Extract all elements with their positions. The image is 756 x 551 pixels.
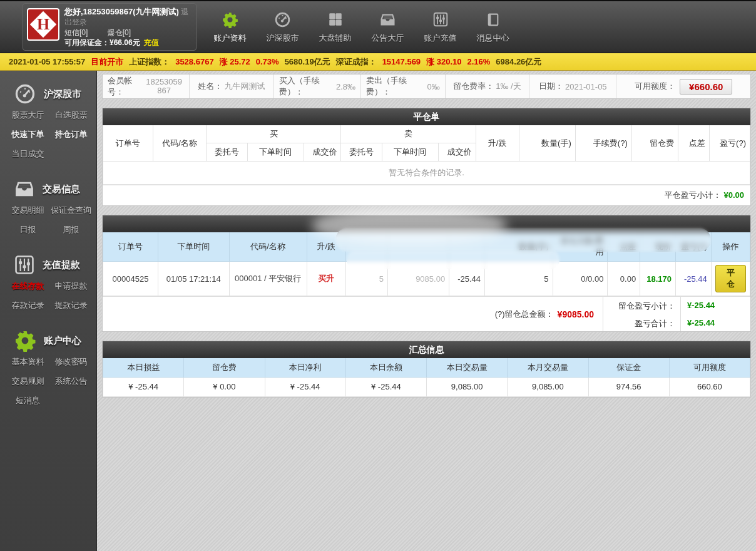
positions-table: 订单号 下单时间 代码/名称 升/跌 数量(手) 留仓天数/费用 点差 现价 盈… bbox=[103, 232, 750, 296]
total-pl-label: 盈亏合计： bbox=[603, 314, 680, 332]
sidebar-item-stock-hall[interactable]: 股票大厅 bbox=[6, 110, 49, 121]
member-name-value: 九牛网测试 bbox=[225, 81, 265, 92]
col-hidden-a bbox=[345, 232, 387, 262]
buy-fee-label: 买入（手续费）： bbox=[279, 75, 334, 98]
sidebar-item-short-message[interactable]: 短消息 bbox=[6, 395, 49, 406]
ticker-szse-volume: 6984.26亿元 bbox=[496, 56, 541, 68]
sidebar-section-title: 沪深股市 bbox=[44, 88, 81, 100]
nav-stock-market[interactable]: 沪深股市 bbox=[263, 10, 302, 44]
sliders-icon bbox=[14, 254, 35, 276]
col-keep-fee: 留仓费 bbox=[631, 125, 678, 162]
sidebar-item-deposit-records[interactable]: 存款记录 bbox=[6, 300, 49, 311]
close-orders-title: 平仓单 bbox=[103, 108, 750, 125]
market-ticker-bar: 2021-01-05 17:55:57 目前开市 上证指数： 3528.6767… bbox=[0, 53, 756, 71]
col-spread: 点差 bbox=[678, 125, 710, 162]
nav-announcements[interactable]: 公告大厅 bbox=[368, 10, 407, 44]
cell-hidden-amount: 9085.00 bbox=[387, 262, 449, 296]
sidebar-item-position-orders[interactable]: 持仓订单 bbox=[49, 129, 93, 140]
cell-updown: 买升 bbox=[307, 262, 345, 296]
close-position-button[interactable]: 平仓 bbox=[715, 265, 746, 292]
ticker-datetime: 2021-01-05 17:55:57 bbox=[9, 57, 85, 66]
col-order-no: 订单号 bbox=[103, 232, 158, 262]
sidebar-item-online-deposit[interactable]: 在线存款 bbox=[6, 281, 49, 292]
available-quota-value: ¥660.60 bbox=[680, 79, 732, 95]
sidebar-item-daily-report[interactable]: 日报 bbox=[6, 224, 49, 235]
blowout-count-link[interactable]: 爆仓[0] bbox=[108, 28, 131, 37]
position-row: 00004525 01/05 17:21:14 000001 / 平安银行 买升… bbox=[103, 262, 750, 296]
nav-market-helper[interactable]: 大盘辅助 bbox=[315, 10, 355, 44]
sidebar-item-trade-rules[interactable]: 交易规则 bbox=[6, 376, 49, 387]
nav-message-center[interactable]: 消息中心 bbox=[473, 10, 513, 44]
gear-icon bbox=[210, 10, 250, 29]
sidebar-item-withdraw-records[interactable]: 提款记录 bbox=[49, 300, 93, 311]
recharge-link[interactable]: 充值 bbox=[144, 38, 159, 47]
sidebar-item-today-deals[interactable]: 当日成交 bbox=[6, 148, 49, 160]
nav-account-profile[interactable]: 账户资料 bbox=[210, 10, 250, 44]
cell-code-name: 000001 / 平安银行 bbox=[229, 262, 307, 296]
col-today-net: 本日净利 bbox=[265, 358, 345, 377]
sidebar-item-margin-query[interactable]: 保证金查询 bbox=[49, 205, 93, 216]
available-quota-cell: 可用额度： ¥660.60 bbox=[616, 75, 750, 98]
account-info-bar: 会员帐号： 18253059867 姓名： 九牛网测试 买入（手续费）： 2.8… bbox=[102, 74, 751, 99]
sidebar-section-title: 充值提款 bbox=[43, 259, 80, 271]
total-pl-value: ¥-25.44 bbox=[680, 314, 750, 332]
summary-values-row: ¥ -25.44 ¥ 0.00 ¥ -25.44 ¥ -25.44 9,085.… bbox=[103, 377, 750, 396]
ticker-sse-label: 上证指数： bbox=[129, 56, 170, 68]
col-updown: 升/跌 bbox=[307, 232, 345, 262]
keep-total-amount-value: ¥9085.00 bbox=[558, 309, 594, 319]
col-quantity: 数量(手) bbox=[519, 125, 575, 162]
col-sell-time: 下单时间 bbox=[382, 143, 438, 162]
col-updown: 升/跌 bbox=[476, 125, 519, 162]
sms-count-link[interactable]: 短信[0] bbox=[64, 28, 88, 37]
col-sell-entrust: 委托号 bbox=[341, 143, 382, 162]
col-code-name: 代码/名称 bbox=[229, 232, 307, 262]
sidebar-item-trade-detail[interactable]: 交易明细 bbox=[6, 205, 49, 216]
summary-table: 本日损益 留仓费 本日净利 本日余额 本日交易量 本月交易量 保证金 可用额度 … bbox=[103, 358, 750, 397]
ticker-szse-change: 涨 320.10 bbox=[426, 56, 461, 68]
sidebar-section-deposit: 充值提款 在线存款 申请提款 存款记录 提款记录 bbox=[0, 250, 96, 311]
nav-label: 沪深股市 bbox=[267, 33, 299, 43]
col-sell-price: 成交价 bbox=[438, 143, 476, 162]
cell-order-time: 01/05 17:21:14 bbox=[158, 262, 229, 296]
cell-order-no: 00004525 bbox=[103, 262, 158, 296]
col-quantity: 数量(手) bbox=[485, 232, 553, 262]
keep-fee-rate-label: 留仓费率： bbox=[453, 81, 494, 92]
val-month-volume: 9,085.00 bbox=[508, 377, 588, 396]
member-account-value: 18253059867 bbox=[144, 78, 184, 95]
date-value: 2021-01-05 bbox=[565, 82, 607, 91]
keep-pl-subtotal-label: 留仓盈亏小计： bbox=[603, 297, 680, 314]
col-buy-price: 成交价 bbox=[304, 143, 341, 162]
sidebar-item-weekly-report[interactable]: 周报 bbox=[49, 224, 93, 235]
buy-fee-value: 2.8‰ bbox=[336, 82, 355, 91]
sidebar-section-title: 交易信息 bbox=[43, 183, 80, 195]
col-keep-fee: 留仓费 bbox=[184, 358, 265, 377]
sidebar: 沪深股市 股票大厅 自选股票 快速下单 持仓订单 当日成交 交易信息 bbox=[0, 71, 97, 551]
sidebar-section-title: 账户中心 bbox=[44, 335, 81, 347]
cell-profit-loss: -25.44 bbox=[675, 262, 711, 296]
sidebar-item-quick-order[interactable]: 快速下单 bbox=[6, 129, 49, 140]
sidebar-section-market: 沪深股市 股票大厅 自选股票 快速下单 持仓订单 当日成交 bbox=[0, 80, 96, 160]
nav-label: 大盘辅助 bbox=[319, 33, 352, 43]
cell-current-price: 18.170 bbox=[640, 262, 676, 296]
member-account-label: 会员帐号： bbox=[108, 75, 142, 98]
ticker-sse-index: 3528.6767 bbox=[175, 57, 213, 66]
val-keep-fee: ¥ 0.00 bbox=[184, 377, 265, 396]
sidebar-item-watchlist[interactable]: 自选股票 bbox=[49, 110, 93, 121]
gear-icon bbox=[14, 329, 36, 352]
cell-hidden-qty: 5 bbox=[345, 262, 387, 296]
sidebar-section-account: 账户中心 基本资料 修改密码 交易规则 系统公告 短消息 bbox=[0, 326, 96, 406]
sidebar-item-change-password[interactable]: 修改密码 bbox=[49, 356, 93, 368]
col-hidden-b bbox=[387, 232, 449, 262]
keep-fee-rate-value: 1‰ /天 bbox=[496, 81, 521, 92]
gauge-icon bbox=[263, 10, 302, 29]
empty-records-text: 暂无符合条件的记录. bbox=[103, 162, 750, 185]
sidebar-item-system-notice[interactable]: 系统公告 bbox=[49, 376, 93, 387]
sidebar-item-basic-info[interactable]: 基本资料 bbox=[6, 356, 49, 368]
available-margin-value: ¥66.06元 bbox=[110, 38, 140, 47]
col-today-balance: 本日余额 bbox=[345, 358, 426, 377]
col-code-name: 代码/名称 bbox=[153, 125, 207, 162]
nav-account-recharge[interactable]: 账户充值 bbox=[421, 10, 460, 44]
user-info-box: H 您好,18253059867(九牛网测试) 退出登录 短信[0] 爆仓[0]… bbox=[23, 3, 197, 51]
sidebar-item-withdraw-apply[interactable]: 申请提款 bbox=[49, 281, 93, 292]
close-orders-panel: 平仓单 订单号 代码/名称 买 卖 升/跌 数量(手) bbox=[102, 108, 751, 206]
